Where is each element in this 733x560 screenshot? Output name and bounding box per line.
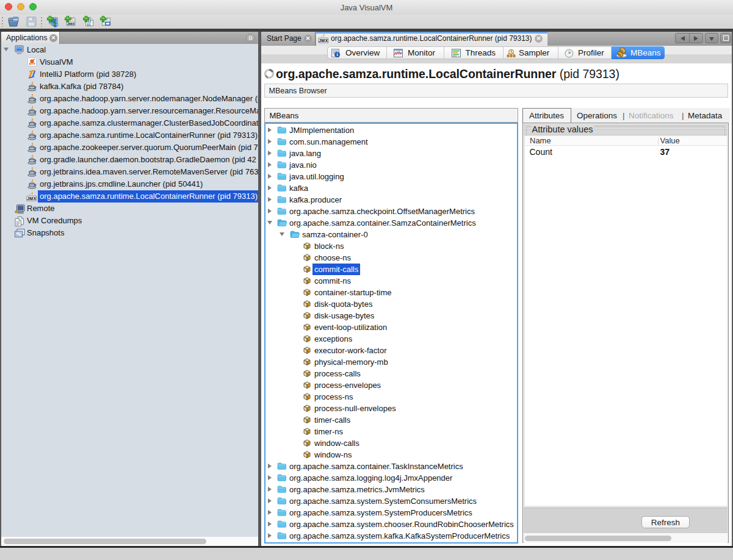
svg-text:JMX: JMX bbox=[67, 22, 74, 26]
svg-text:JMX: JMX bbox=[319, 38, 328, 43]
svg-text:JMX: JMX bbox=[27, 196, 36, 201]
svg-text:01: 01 bbox=[87, 23, 91, 27]
